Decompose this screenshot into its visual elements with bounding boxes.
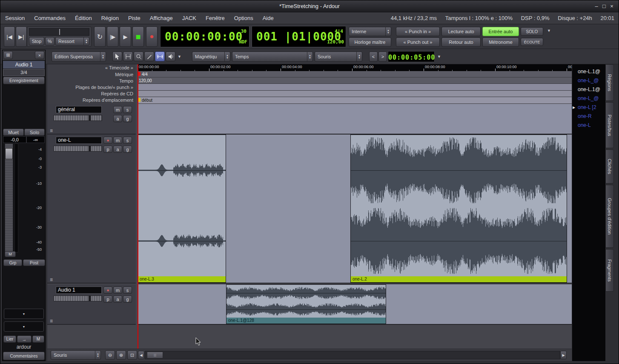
zoom-in-button[interactable]: ⊕: [116, 350, 126, 360]
menu-piste[interactable]: Piste: [123, 15, 145, 21]
scrollbar-thumb[interactable]: |||: [147, 352, 163, 358]
menu-options[interactable]: Options: [229, 15, 258, 21]
mute-button[interactable]: Muet: [3, 129, 24, 136]
track-lane-audio1[interactable]: one-L.1@128: [138, 284, 572, 325]
grab-tool-button[interactable]: [112, 52, 122, 61]
track-name-field[interactable]: Audio 1: [56, 287, 102, 294]
region-list-item[interactable]: one-L: [572, 121, 605, 130]
shuttle-control[interactable]: [29, 28, 89, 36]
track-lane-one-l[interactable]: one-L.3 one-L.2: [138, 135, 572, 284]
meter-marker-label[interactable]: 4/4: [142, 72, 148, 77]
tab-snapshots[interactable]: Clichés: [605, 149, 614, 183]
tempo-marker-label[interactable]: 120,00: [139, 78, 152, 83]
location-marker-label[interactable]: début: [142, 98, 152, 103]
nudge-back-button[interactable]: <: [369, 52, 378, 62]
ruler-label-tempo[interactable]: Tempo: [119, 78, 133, 83]
stop-button[interactable]: ■: [132, 26, 144, 47]
track-lane-master[interactable]: [138, 104, 572, 135]
clock-master-button[interactable]: Horloge maître: [349, 37, 391, 47]
fader-handle[interactable]: [5, 148, 13, 159]
mute-track-button[interactable]: m: [113, 287, 122, 294]
tools-chevron-icon[interactable]: ▼: [178, 54, 181, 59]
audio-region-one-l-1[interactable]: one-L.1@128: [226, 284, 386, 324]
solo-track-button[interactable]: s: [123, 137, 132, 144]
audio-region-one-l-3[interactable]: one-L.3: [138, 135, 226, 283]
snap-mode-select[interactable]: Magnétiqu ▲▼: [192, 52, 230, 62]
punch-in-button[interactable]: « Punch in »: [396, 27, 440, 36]
region-list-item[interactable]: one-L_@: [572, 76, 605, 85]
location-marker-ruler[interactable]: début: [138, 97, 572, 104]
tab-tracks-buses[interactable]: Pistes/bus: [605, 102, 614, 148]
record-enable-button[interactable]: Enregistrement: [3, 77, 45, 84]
audition-tool-button[interactable]: [166, 52, 175, 61]
record-arm-button[interactable]: ●: [103, 287, 112, 294]
metering-post-button[interactable]: Post: [23, 259, 45, 266]
menu-aide[interactable]: Aide: [258, 15, 278, 21]
menu-commandes[interactable]: Commandes: [29, 15, 70, 21]
meter-config-button[interactable]: 3/4: [3, 69, 45, 76]
meter-point-button[interactable]: M: [5, 251, 16, 257]
shuttle-stop-button[interactable]: Stop: [29, 37, 44, 46]
draw-tool-button[interactable]: [144, 52, 154, 61]
output-select[interactable]: ▼: [4, 321, 44, 332]
ruler-label-timecode[interactable]: « Timecode »: [105, 65, 133, 70]
region-name-bar[interactable]: one-L.2: [351, 276, 567, 282]
record-button[interactable]: ●: [146, 26, 158, 47]
region-name-bar[interactable]: one-L.1@128: [226, 318, 386, 324]
menu-edition[interactable]: Édition: [70, 15, 97, 21]
resize-grip-icon[interactable]: ≡: [50, 278, 53, 282]
zoom-out-button[interactable]: ⊖: [105, 350, 115, 360]
gain-display[interactable]: -0,0: [3, 136, 26, 143]
track-header-one-l[interactable]: one-L ● m s p a g ≡: [47, 135, 136, 284]
resize-grip-icon[interactable]: ≡: [50, 129, 53, 133]
track-gain-fader[interactable]: [54, 146, 102, 152]
transport-options-chevron-icon[interactable]: ▼: [547, 29, 551, 33]
goto-end-button[interactable]: ▶|: [16, 26, 27, 47]
auto-play-button[interactable]: Lecture auto: [441, 27, 481, 36]
punch-out-button[interactable]: « Punch out »: [396, 37, 440, 47]
listen-indicator-button[interactable]: ÉCOUTE: [521, 38, 543, 46]
track-name-field[interactable]: one-L: [56, 137, 102, 144]
audio-region-one-l-2[interactable]: one-L.2: [350, 135, 567, 283]
region-list-item[interactable]: one-L_@: [572, 94, 605, 103]
tempo-ruler[interactable]: 120,00: [138, 77, 572, 84]
mixer-track-name[interactable]: Audio 1: [3, 61, 45, 69]
track-header-audio1[interactable]: Audio 1 ● m s p a g ≡: [47, 284, 136, 325]
edit-point-select[interactable]: Souris ▲▼: [315, 52, 362, 62]
solo-button[interactable]: Solo: [24, 129, 45, 136]
region-list-item[interactable]: ▶one-L [2: [572, 103, 605, 112]
ruler-label-cd-markers[interactable]: Repères de CD: [101, 91, 133, 96]
track-name-field[interactable]: général: [56, 106, 102, 113]
menu-region[interactable]: Région: [97, 15, 123, 21]
strip-layout-button[interactable]: ⊞: [3, 51, 13, 59]
solo-track-button[interactable]: s: [123, 106, 132, 113]
playhead[interactable]: [138, 64, 138, 349]
scroll-left-button[interactable]: ◀: [138, 351, 144, 359]
clock-chevron-icon[interactable]: ▼: [437, 54, 441, 59]
minimize-icon[interactable]: –: [593, 3, 600, 9]
region-list-item[interactable]: one-L.1@: [572, 67, 605, 76]
region-list-item[interactable]: one-R: [572, 112, 605, 121]
zoom-tool-button[interactable]: [134, 52, 143, 61]
strip-close-button[interactable]: ×: [35, 51, 44, 59]
maximize-icon[interactable]: □: [601, 3, 608, 9]
auto-input-button[interactable]: Entrée auto: [482, 27, 519, 36]
tab-regions[interactable]: Régions: [605, 64, 614, 101]
track-gain-fader[interactable]: [54, 295, 102, 301]
zoom-focus-select[interactable]: Souris ▲▼: [51, 350, 101, 360]
ruler-label-meter[interactable]: Métrique: [115, 72, 133, 77]
zoom-fit-button[interactable]: ⊡: [127, 350, 137, 360]
resize-grip-icon[interactable]: ≡: [50, 319, 53, 324]
automation-button[interactable]: a: [113, 146, 122, 153]
group-track-button[interactable]: g: [123, 115, 132, 122]
pan-mono-button[interactable]: M: [32, 335, 44, 343]
cd-marker-ruler[interactable]: [138, 91, 572, 97]
meter-ruler[interactable]: 4/4: [138, 71, 572, 77]
secondary-clock[interactable]: 001 |01|0000 4|4 120,00: [252, 26, 346, 47]
grid-unit-select[interactable]: Temps ▲▼: [232, 52, 313, 62]
primary-clock[interactable]: 00:00:00:00 30 NDF: [160, 26, 249, 47]
automation-button[interactable]: a: [113, 115, 122, 122]
metronome-button[interactable]: Métronome: [482, 37, 519, 47]
tab-edit-groups[interactable]: Groupes d'édition: [605, 185, 614, 248]
solo-indicator-button[interactable]: SOLO: [521, 27, 543, 36]
